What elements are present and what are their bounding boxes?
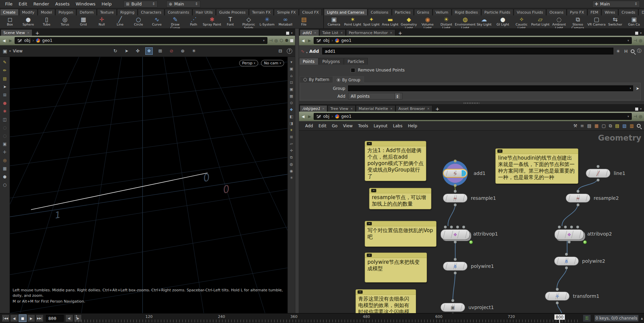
network-menu-item[interactable]: View [340,123,355,129]
projection-menu-button[interactable]: Persp▾ [239,60,258,66]
tube-tool[interactable]: ▯ Tube [37,16,56,28]
node-body[interactable]: ≈ [566,194,590,203]
forward-button[interactable]: ▶ [307,38,312,43]
l-system-tool[interactable]: ✳ L-System [258,16,276,28]
radio-option[interactable]: By Pattern [300,76,333,83]
prev-frame-button[interactable]: ◀| [65,314,73,322]
export-icon[interactable]: ▥ [630,123,634,129]
breadcrumb-root[interactable]: obj [323,114,329,119]
shaded-mode-icon[interactable]: ◧ [290,115,293,118]
gear-icon[interactable]: ✳ [615,49,621,54]
auto-key-icon[interactable]: ⚿ [583,314,591,322]
output-connector[interactable] [565,267,568,269]
input-connector[interactable] [577,190,579,193]
font-tool[interactable]: T Font [221,16,240,28]
network-tab[interactable]: Asset Browser × [396,105,432,112]
spot-light-tool[interactable]: ✦ Spot Light [362,16,381,28]
close-icon[interactable]: × [314,31,317,34]
playhead[interactable]: 800 [554,314,565,320]
pin-icon[interactable]: ⊣ [633,114,637,119]
output-connector[interactable] [556,302,559,304]
close-icon[interactable]: × [427,107,430,110]
pane-splitter[interactable] [299,102,644,104]
input-connector[interactable] [454,258,457,261]
dotted-box-icon[interactable]: ▢ [602,123,606,129]
view-tool-icon[interactable]: ▣ [3,48,7,54]
viewport-canvas[interactable]: 100 Persp▾ No cam▾ Left mouse tumbles. M… [10,57,287,313]
node-body[interactable]: ❖ [441,229,470,240]
layout-presets-icon[interactable]: ⊟ [277,47,284,55]
cloth-tool-icon[interactable]: ▦ [3,166,6,171]
sticky-note[interactable]: – line节点houdini的线节点创建出来就是一条线，下面的节点和第一种方案… [495,148,578,184]
sticky-note[interactable]: – polywire节点来把线变成模型 [365,253,427,282]
distant-light-tool[interactable]: ☀ Distant Light [437,16,456,28]
camera-tool[interactable]: ▣ Camera [325,16,343,28]
shelf-tab[interactable]: Vellum [433,9,451,15]
path-tool[interactable]: ⋰ Path [184,16,203,28]
input-connector[interactable] [454,190,457,193]
camera-menu-button[interactable]: No cam▾ [261,60,284,66]
pane-menu-icon[interactable]: ▾ [640,31,642,35]
stroke-tool-icon[interactable]: ✎ [3,60,6,64]
new-tab-button[interactable]: + [33,30,42,36]
radial-target-icon[interactable]: ◎ [639,38,642,43]
network-menu-item[interactable]: Labs [390,123,405,129]
path-field[interactable]: obj › geo1 ▾ [15,37,267,44]
snapshot-icon[interactable]: ⧉ [290,156,293,159]
shelf-tab[interactable]: Deform [77,9,97,15]
expand-playbar-icon[interactable]: ▲ [641,317,643,320]
remove-unused-points-checkbox[interactable] [351,68,355,72]
note-collapse-button[interactable]: – [358,290,363,294]
polywire1[interactable]: ⋔ polywire1 [443,262,467,271]
network-menu-item[interactable]: Add [302,123,316,129]
add-mode-select[interactable]: All points ▲▼ [348,93,402,99]
close-icon[interactable]: × [390,31,393,34]
node-body[interactable]: ⋔ [443,262,467,271]
breadcrumb-root[interactable]: obj [323,38,329,43]
gi-light-tool[interactable]: ● GI Light [494,16,512,28]
frame-selected-icon[interactable]: ⊡ [290,81,293,84]
forward-button[interactable]: ▶ [307,114,312,119]
shelf-tab[interactable]: Drive Simulation [639,9,644,15]
shelf-tab[interactable]: Wires [601,9,618,15]
curve-tool[interactable]: ∿ Curve [148,16,166,28]
box-tool[interactable]: ◻ Box [1,16,19,28]
input-connector[interactable] [556,288,559,291]
input-connector[interactable] [451,299,454,302]
search-icon[interactable] [631,49,634,53]
shelf-tab[interactable]: Create [0,9,19,15]
multi-input-connectors[interactable] [558,226,561,228]
spinner-icon[interactable]: ▲▼ [395,93,400,99]
reference-plane-icon[interactable]: ▱ [290,142,293,146]
shelf-tab[interactable]: Crowds [618,9,638,15]
path-field[interactable]: obj › geo1 ▾ [314,113,632,120]
path-dropdown-icon[interactable]: ▾ [628,39,629,42]
output-connector[interactable] [454,204,457,206]
desktop-selector[interactable]: ✚ Main ⇕ [592,1,640,7]
output-connector[interactable] [577,204,579,206]
resample1[interactable]: ≈ resample1 [443,194,467,203]
resample2[interactable]: ≈ resample2 [566,194,590,203]
help-icon[interactable]: ? [287,48,292,54]
menu-item[interactable]: Edit [16,1,30,7]
line1[interactable]: ╱ line1 [586,169,610,178]
note-collapse-button[interactable]: – [497,149,502,153]
menu-item[interactable]: File [2,1,16,7]
shelf-tab[interactable]: Guide Process [216,9,249,15]
folder-tab[interactable]: Particles [344,58,368,65]
layer-tool-icon[interactable]: ▤ [3,77,6,81]
shelf-tab[interactable]: Grains [414,9,432,15]
network-menu-item[interactable]: Help [405,123,420,129]
viewport-settings-icon[interactable]: ✳ [190,47,198,55]
links-icon[interactable]: ❖ [290,108,293,112]
sticky-note[interactable]: – resample节点，可以增加线上的点的数量 [369,188,431,209]
shelf-tab[interactable]: Collisions [368,9,392,15]
image-icon[interactable]: ▧ [622,123,626,129]
shelf-tab[interactable]: Rigging [117,9,137,15]
close-icon[interactable]: × [390,107,393,110]
shelf-tab[interactable]: Viscous Fluids [514,9,546,15]
output-connector[interactable] [597,179,599,181]
output-connector[interactable] [568,241,571,243]
grid-tool[interactable]: ▦ Grid [74,16,93,28]
param-tab[interactable]: Performance Monitor × [346,29,395,36]
